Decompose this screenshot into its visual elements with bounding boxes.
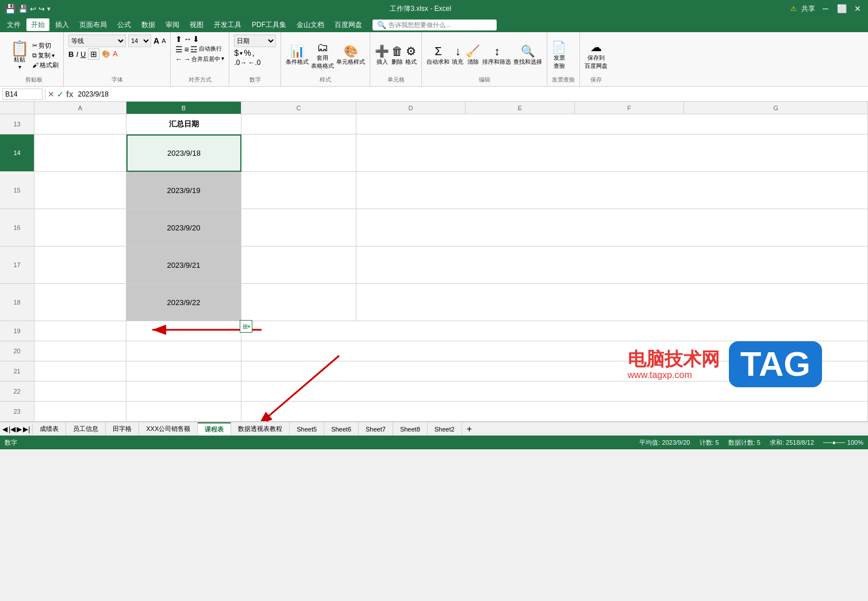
fill-color-btn[interactable]: 🎨 (102, 50, 110, 58)
fill-btn[interactable]: ↓ 填充 (452, 45, 463, 66)
sheet-last-btn[interactable]: ▶| (23, 425, 30, 433)
sheet-tab-sheet2[interactable]: Sheet2 (428, 422, 462, 436)
font-size-select[interactable]: 14 (128, 34, 151, 47)
cell-A19[interactable] (34, 321, 126, 341)
row-header-22[interactable]: 22 (0, 382, 34, 402)
col-header-G[interactable]: G (684, 102, 868, 114)
cell-D16-plus[interactable] (356, 209, 868, 246)
quick-access-save[interactable]: 💾 (18, 5, 28, 13)
bold-btn[interactable]: B (68, 50, 74, 59)
cell-reference[interactable] (2, 88, 43, 100)
confirm-formula-icon[interactable]: ✓ (57, 90, 64, 99)
cell-rest-23[interactable] (241, 402, 868, 422)
cell-B19[interactable] (126, 321, 241, 341)
row-header-16[interactable]: 16 (0, 209, 34, 246)
indent-decrease-btn[interactable]: ← (175, 55, 182, 63)
cell-A15[interactable] (34, 172, 126, 209)
italic-btn[interactable]: I (76, 50, 78, 59)
zoom-slider[interactable]: ──●── (823, 439, 845, 446)
menu-insert[interactable]: 插入 (51, 18, 74, 31)
cell-A22[interactable] (34, 382, 126, 402)
table-style-btn[interactable]: 🗂 套用表格格式 (311, 41, 334, 70)
cell-D18-plus[interactable] (356, 284, 868, 321)
cell-A13[interactable] (34, 114, 126, 134)
share-label[interactable]: 共享 (801, 4, 815, 14)
insert-function-icon[interactable]: fx (66, 90, 73, 99)
sheet-next-btn[interactable]: ▶ (17, 425, 22, 433)
menu-pdf[interactable]: PDF工具集 (247, 18, 291, 31)
close-btn[interactable]: ✕ (852, 3, 863, 14)
sheet-tab-sheet7[interactable]: Sheet7 (359, 422, 393, 436)
decrease-decimal-btn[interactable]: ←.0 (248, 59, 260, 67)
sheet-tab-employee[interactable]: 员工信息 (66, 422, 106, 436)
comma-btn[interactable]: , (252, 48, 255, 57)
cell-B16[interactable]: 2023/9/20 (126, 209, 241, 246)
insert-btn[interactable]: ➕ 插入 (375, 44, 389, 66)
cell-C18[interactable] (241, 284, 356, 321)
cell-style-btn[interactable]: 🎨 单元格样式 (336, 44, 365, 66)
align-center-btn[interactable]: ≡ (184, 45, 189, 54)
find-select-btn[interactable]: 🔍 查找和选择 (513, 44, 542, 66)
sheet-tab-sheet5[interactable]: Sheet5 (290, 422, 324, 436)
cell-B15[interactable]: 2023/9/19 (126, 172, 241, 209)
search-input[interactable] (389, 21, 492, 28)
menu-file[interactable]: 文件 (2, 18, 25, 31)
delete-btn[interactable]: 🗑 删除 (391, 45, 403, 66)
minimize-btn[interactable]: ─ (820, 3, 831, 14)
cancel-formula-icon[interactable]: ✕ (48, 90, 55, 99)
cell-B17[interactable]: 2023/9/21 (126, 246, 241, 284)
conditional-format-btn[interactable]: 📊 条件格式 (286, 44, 309, 66)
align-top-btn[interactable]: ⬆ (175, 34, 182, 44)
menu-wps[interactable]: 金山文档 (292, 18, 329, 31)
cut-btn[interactable]: ✂剪切 (32, 41, 59, 50)
formula-input[interactable] (75, 90, 866, 98)
font-color-btn[interactable]: A (113, 50, 117, 58)
cell-A16[interactable] (34, 209, 126, 246)
sort-filter-btn[interactable]: ↕ 排序和筛选 (482, 45, 511, 66)
cell-B23[interactable] (126, 402, 241, 422)
col-header-F[interactable]: F (575, 102, 684, 114)
menu-developer[interactable]: 开发工具 (209, 18, 246, 31)
cell-B22[interactable] (126, 382, 241, 402)
cell-B14[interactable]: 2023/9/18 (126, 134, 241, 172)
row-header-18[interactable]: 18 (0, 284, 34, 321)
cell-C13[interactable] (241, 114, 356, 134)
increase-decimal-btn[interactable]: .0→ (234, 59, 247, 67)
cell-A20[interactable] (34, 341, 126, 361)
cell-D13-plus[interactable] (356, 114, 868, 134)
sheet-tab-gradelist[interactable]: 成绩表 (33, 422, 66, 436)
row-header-15[interactable]: 15 (0, 172, 34, 209)
align-bottom-btn[interactable]: ⬇ (193, 34, 199, 44)
format-cells-btn[interactable]: ⚙ 格式 (405, 44, 417, 66)
menu-page-layout[interactable]: 页面布局 (75, 18, 112, 31)
cell-D15-plus[interactable] (356, 172, 868, 209)
menu-review[interactable]: 审阅 (161, 18, 184, 31)
menu-data[interactable]: 数据 (137, 18, 160, 31)
cell-D14-plus[interactable] (356, 134, 868, 172)
row-header-14[interactable]: 14 (0, 134, 34, 172)
cell-B13[interactable]: 汇总日期 (126, 114, 241, 134)
context-trigger-btn[interactable]: ⊞▾ (248, 421, 267, 422)
cell-A14[interactable] (34, 134, 126, 172)
menu-formula[interactable]: 公式 (113, 18, 136, 31)
percent-btn[interactable]: % (244, 48, 251, 57)
sheet-tab-course[interactable]: 课程表 (198, 422, 231, 436)
restore-btn[interactable]: ⬜ (836, 3, 847, 14)
cell-B20[interactable] (126, 341, 241, 361)
cell-C16[interactable] (241, 209, 356, 246)
cell-A18[interactable] (34, 284, 126, 321)
clear-btn[interactable]: 🧹 清除 (466, 44, 480, 66)
row-header-23[interactable]: 23 (0, 402, 34, 422)
quick-access-redo[interactable]: ↪ (39, 5, 45, 13)
cell-B21[interactable] (126, 361, 241, 382)
quick-access-more[interactable]: ▾ (47, 5, 51, 13)
merge-btn[interactable]: 合并后居中 (191, 55, 220, 63)
sheet-tab-sheet6[interactable]: Sheet6 (324, 422, 359, 436)
align-right-btn[interactable]: ☲ (190, 45, 198, 54)
row-header-17[interactable]: 17 (0, 246, 34, 284)
cell-C17[interactable] (241, 246, 356, 284)
underline-btn[interactable]: U (80, 50, 86, 59)
font-size-up-btn[interactable]: A (153, 36, 159, 45)
col-header-C[interactable]: C (241, 102, 356, 114)
cell-D17-plus[interactable] (356, 246, 868, 284)
